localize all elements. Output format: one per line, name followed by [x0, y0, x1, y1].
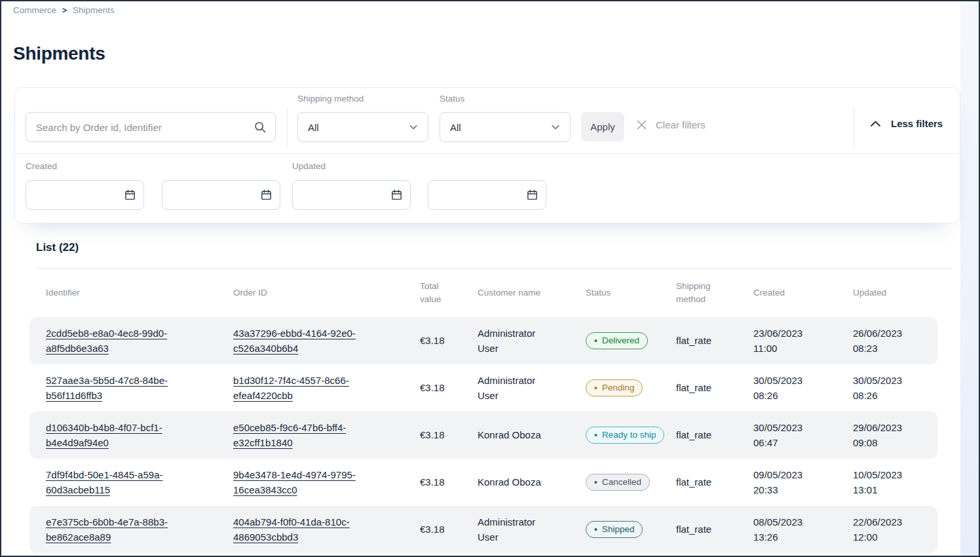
column-header-created: Created — [753, 286, 853, 299]
order-id-link[interactable]: e50ceb85-f9c6-47b6-bff4-e32cff1b1840 — [233, 420, 374, 451]
customer-name: Administrator User — [478, 373, 557, 404]
status-dot: • — [594, 383, 597, 393]
order-id-link[interactable]: 43a37296-ebbd-4164-92e0-c526a340b6b4 — [233, 326, 374, 356]
updated-from-field — [292, 180, 411, 210]
status-select[interactable]: All — [440, 112, 571, 142]
calendar-icon[interactable] — [390, 189, 403, 201]
order-id-cell: 43a37296-ebbd-4164-92e0-c526a340b6b4 — [233, 326, 420, 356]
order-id-cell: e50ceb85-f9c6-47b6-bff4-e32cff1b1840 — [233, 420, 420, 451]
shipping-method-cell: flat_rate — [676, 380, 753, 395]
created-cell: 08/05/2023 13:26 — [753, 514, 853, 545]
customer-name-cell: Konrad Oboza — [478, 427, 586, 442]
calendar-icon[interactable] — [124, 189, 136, 201]
status-cell: •Pending — [586, 379, 676, 396]
table-row: 2cdd5eb8-e8a0-4ec8-99d0-a8f5db6e3a6343a3… — [29, 317, 937, 364]
search-icon — [254, 121, 267, 134]
updated-cell: 26/06/2023 08:23 — [853, 326, 921, 356]
less-filters-label: Less filters — [891, 118, 943, 129]
status-badge: •Cancelled — [586, 474, 650, 491]
column-header-order-id: Order ID — [233, 286, 420, 299]
created-timestamp: 08/05/2023 13:26 — [753, 514, 814, 545]
filter-divider-vertical-1 — [287, 107, 288, 147]
column-header-updated: Updated — [853, 286, 921, 299]
status-label: Delivered — [602, 334, 639, 348]
identifier-link[interactable]: 7df9f4bd-50e1-4845-a59a-60d3acbeb115 — [46, 467, 197, 498]
created-to-field — [162, 180, 280, 210]
apply-button[interactable]: Apply — [581, 112, 624, 142]
app-window: Commerce > Shipments Shipments Shipping … — [0, 0, 980, 557]
identifier-cell: 527aae3a-5b5d-47c8-84be-b56f11d6ffb3 — [46, 373, 233, 404]
customer-name-cell: Konrad Oboza — [478, 474, 586, 490]
column-header-customer-name: Customer name — [478, 286, 586, 299]
customer-name: Konrad Oboza — [478, 427, 541, 442]
status-label: Shipped — [602, 523, 635, 537]
customer-name: Administrator User — [478, 326, 557, 356]
column-header-identifier: Identifier — [46, 286, 233, 299]
table-body: 2cdd5eb8-e8a0-4ec8-99d0-a8f5db6e3a6343a3… — [29, 317, 937, 553]
created-timestamp: 30/05/2023 08:26 — [753, 373, 814, 404]
breadcrumb-shipments[interactable]: Shipments — [73, 5, 115, 15]
created-cell: 30/05/2023 08:26 — [753, 373, 853, 404]
status-label: Pending — [602, 381, 635, 395]
identifier-link[interactable]: d106340b-b4b8-4f07-bcf1-b4e4d9af94e0 — [46, 420, 197, 451]
identifier-cell: 7df9f4bd-50e1-4845-a59a-60d3acbeb115 — [46, 467, 233, 498]
created-cell: 23/06/2023 11:00 — [753, 326, 853, 356]
filter-divider-vertical-2 — [854, 106, 854, 149]
shipping-method-value: All — [308, 122, 319, 133]
close-icon — [636, 119, 647, 130]
status-badge: •Ready to ship — [586, 427, 664, 444]
updated-cell: 30/05/2023 08:26 — [853, 373, 921, 404]
status-label: Cancelled — [602, 476, 641, 490]
identifier-cell: 2cdd5eb8-e8a0-4ec8-99d0-a8f5db6e3a63 — [46, 326, 233, 356]
table-row: 7df9f4bd-50e1-4845-a59a-60d3acbeb1159b4e… — [29, 459, 937, 506]
created-from-field — [26, 180, 144, 210]
order-id-link[interactable]: b1d30f12-7f4c-4557-8c66-efeaf4220cbb — [233, 373, 374, 404]
calendar-icon[interactable] — [260, 189, 273, 201]
updated-cell: 29/06/2023 09:08 — [853, 420, 921, 451]
order-id-cell: 9b4e3478-1e4d-4974-9795-16cea3843cc0 — [233, 467, 420, 498]
breadcrumb-separator: > — [62, 6, 67, 15]
updated-cell: 22/06/2023 12:00 — [853, 514, 921, 545]
created-timestamp: 30/05/2023 06:47 — [753, 420, 814, 451]
chevron-down-icon — [408, 122, 419, 132]
breadcrumb-commerce[interactable]: Commerce — [13, 5, 56, 15]
less-filters-toggle[interactable]: Less filters — [870, 118, 943, 129]
updated-timestamp: 10/05/2023 13:01 — [853, 467, 913, 498]
identifier-cell: e7e375cb-6b0b-4e7a-88b3-be862ace8a89 — [46, 514, 233, 545]
status-dot: • — [594, 525, 597, 534]
shipments-list-section: List (22) IdentifierOrder IDTotal valueC… — [14, 233, 960, 553]
table-row: e7e375cb-6b0b-4e7a-88b3-be862ace8a89404a… — [29, 506, 937, 553]
identifier-link[interactable]: 2cdd5eb8-e8a0-4ec8-99d0-a8f5db6e3a63 — [46, 326, 197, 356]
identifier-cell: d106340b-b4b8-4f07-bcf1-b4e4d9af94e0 — [46, 420, 233, 451]
status-cell: •Shipped — [586, 521, 676, 538]
column-header-total-value: Total value — [420, 280, 478, 305]
customer-name-cell: Administrator User — [478, 373, 586, 404]
filter-divider-horizontal — [15, 153, 960, 154]
status-cell: •Delivered — [586, 332, 676, 349]
chevron-down-icon — [550, 122, 561, 132]
updated-timestamp: 29/06/2023 09:08 — [853, 420, 913, 451]
search-input[interactable] — [26, 112, 276, 142]
status-badge: •Shipped — [586, 521, 643, 538]
calendar-icon[interactable] — [526, 189, 538, 201]
updated-filter-label: Updated — [292, 161, 326, 171]
status-filter-label: Status — [440, 94, 464, 104]
clear-filters-button[interactable]: Clear filters — [636, 119, 706, 130]
created-cell: 30/05/2023 06:47 — [753, 420, 853, 451]
search-field-wrap — [26, 112, 276, 142]
order-id-cell: 404ab794-f0f0-41da-810c-4869053cbbd3 — [233, 514, 420, 545]
shipping-method-cell: flat_rate — [676, 522, 753, 537]
created-timestamp: 09/05/2023 20:33 — [753, 467, 814, 498]
shipping-method-select[interactable]: All — [297, 112, 428, 142]
order-id-link[interactable]: 404ab794-f0f0-41da-810c-4869053cbbd3 — [233, 514, 374, 545]
order-id-link[interactable]: 9b4e3478-1e4d-4974-9795-16cea3843cc0 — [233, 467, 374, 498]
updated-cell: 10/05/2023 13:01 — [853, 467, 921, 498]
shipping-method-label: Shipping method — [297, 94, 364, 104]
customer-name-cell: Administrator User — [478, 326, 586, 356]
column-header-status: Status — [586, 286, 676, 299]
updated-to-field — [428, 180, 546, 210]
updated-timestamp: 22/06/2023 12:00 — [853, 514, 913, 545]
identifier-link[interactable]: 527aae3a-5b5d-47c8-84be-b56f11d6ffb3 — [46, 373, 197, 404]
identifier-link[interactable]: e7e375cb-6b0b-4e7a-88b3-be862ace8a89 — [46, 514, 197, 545]
customer-name: Konrad Oboza — [478, 474, 541, 490]
